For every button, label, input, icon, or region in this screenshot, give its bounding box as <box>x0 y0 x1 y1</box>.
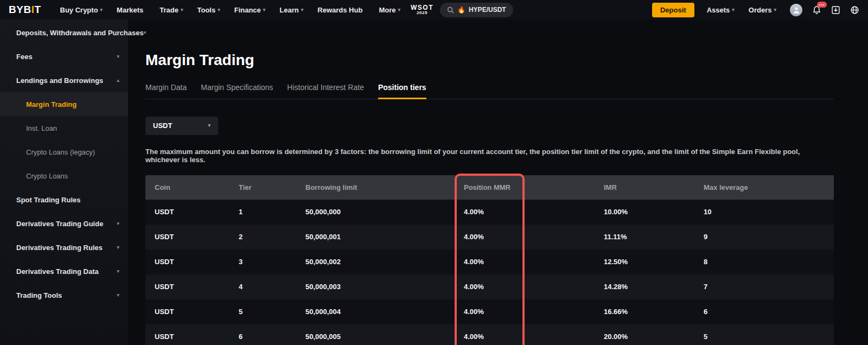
sidebar-item[interactable]: Crypto Loans <box>0 164 128 188</box>
borrow-limit-description: The maximum amount you can borrow is det… <box>145 148 834 164</box>
profile-button[interactable] <box>790 4 802 16</box>
search-input[interactable]: 🔥 HYPE/USDT <box>440 3 513 17</box>
account-nav: Assets ▾ Orders ▾ <box>700 0 783 20</box>
chevron-icon: ▾ <box>117 54 119 59</box>
sidebar-item[interactable]: Deposits, Withdrawals and Purchases ▾ <box>0 21 128 44</box>
page-title: Margin Trading <box>145 52 834 69</box>
sidebar-item[interactable]: Spot Trading Rules <box>0 188 128 212</box>
tab[interactable]: Historical Interest Rate <box>287 83 364 99</box>
main-nav: Buy Crypto ▾ Markets Trade ▾ Tools ▾ Fin… <box>53 0 407 20</box>
nav-item-label: Markets <box>117 6 143 14</box>
table-header-cell: Borrowing limit <box>296 183 455 191</box>
tab[interactable]: Margin Data <box>145 83 187 99</box>
account-nav-label: Assets <box>707 6 730 14</box>
search-icon <box>447 7 454 14</box>
deposit-button[interactable]: Deposit <box>652 3 694 17</box>
cell-imr: 14.28% <box>595 283 694 291</box>
cell-position-mmr: 4.00% <box>455 333 595 341</box>
sidebar-item[interactable]: Crypto Loans (legacy) <box>0 140 128 164</box>
nav-item-label: Trade <box>159 6 178 14</box>
nav-item-label: Buy Crypto <box>60 6 98 14</box>
wsot-line2: 2025 <box>411 11 433 15</box>
table-header-cell: Max leverage <box>694 183 834 191</box>
table-row[interactable]: USDT 3 50,000,002 4.00% 12.50% 8 <box>145 250 834 274</box>
sidebar-item-label: Derivatives Trading Data <box>16 267 99 276</box>
sidebar-item[interactable]: Fees ▾ <box>0 44 128 68</box>
chevron-down-icon: ▾ <box>208 123 210 128</box>
cell-coin: USDT <box>145 208 229 216</box>
notifications-button[interactable]: ••• <box>812 5 821 15</box>
table-row[interactable]: USDT 6 50,000,005 4.00% 20.00% 5 <box>145 324 834 345</box>
sidebar-item-label: Derivatives Trading Rules <box>16 244 103 252</box>
cell-coin: USDT <box>145 283 229 291</box>
tab[interactable]: Position tiers <box>378 83 426 99</box>
sidebar-item[interactable]: Derivatives Trading Data ▾ <box>0 259 128 283</box>
download-app-button[interactable] <box>831 5 840 15</box>
cell-borrowing-limit: 50,000,004 <box>296 308 455 316</box>
topbar-icons: ••• <box>790 4 859 16</box>
chevron-down-icon: ▾ <box>398 8 400 12</box>
nav-item[interactable]: Learn ▾ <box>272 0 310 20</box>
tab[interactable]: Margin Specifications <box>201 83 273 99</box>
cell-borrowing-limit: 50,000,003 <box>296 283 455 291</box>
chevron-down-icon: ▾ <box>774 8 776 12</box>
table-header-cell: IMR <box>595 183 694 191</box>
sidebar-item[interactable]: Derivatives Trading Rules ▾ <box>0 235 128 259</box>
sidebar-item-label: Fees <box>16 53 33 61</box>
table-row[interactable]: USDT 2 50,000,001 4.00% 11.11% 9 <box>145 225 834 250</box>
cell-imr: 16.66% <box>595 308 694 316</box>
notification-badge: ••• <box>817 2 827 8</box>
sidebar-item[interactable]: Inst. Loan <box>0 116 128 140</box>
nav-item[interactable]: Markets <box>110 0 152 20</box>
sidebar-item-label: Derivatives Trading Guide <box>16 220 103 228</box>
language-button[interactable] <box>850 5 859 15</box>
table-header-cell: Coin <box>145 183 229 191</box>
coin-select-value: USDT <box>153 122 172 130</box>
top-navigation-bar: BYBIT Buy Crypto ▾ Markets Trade ▾ Tools… <box>0 0 868 20</box>
cell-borrowing-limit: 50,000,002 <box>296 258 455 266</box>
sidebar-item[interactable]: Derivatives Trading Guide ▾ <box>0 212 128 235</box>
chevron-down-icon: ▾ <box>301 8 304 12</box>
nav-item[interactable]: More ▾ <box>372 0 407 20</box>
account-nav-item[interactable]: Orders ▾ <box>742 0 783 20</box>
cell-tier: 2 <box>229 233 296 241</box>
coin-select-dropdown[interactable]: USDT ▾ <box>145 117 218 135</box>
cell-position-mmr: 4.00% <box>455 258 595 266</box>
account-nav-label: Orders <box>749 6 772 14</box>
cell-imr: 20.00% <box>595 333 694 341</box>
cell-max-leverage: 9 <box>694 233 834 241</box>
cell-position-mmr: 4.00% <box>455 208 595 216</box>
nav-item-label: More <box>379 6 395 14</box>
cell-max-leverage: 8 <box>694 258 834 266</box>
search-value: HYPE/USDT <box>469 6 506 14</box>
sidebar-item[interactable]: Trading Tools ▾ <box>0 283 128 307</box>
table-row[interactable]: USDT 1 50,000,000 4.00% 10.00% 10 <box>145 200 834 225</box>
cell-coin: USDT <box>145 258 229 266</box>
cell-coin: USDT <box>145 333 229 341</box>
nav-item[interactable]: Finance ▾ <box>227 0 273 20</box>
chevron-icon: ▾ <box>117 221 119 226</box>
table-header-row: Coin Tier Borrowing limit Position MMR I… <box>145 175 834 200</box>
main-content: Margin Trading Margin Data Margin Specif… <box>128 20 868 345</box>
nav-item-label: Tools <box>197 6 215 14</box>
sidebar-item-label: Crypto Loans (legacy) <box>26 148 95 156</box>
nav-item[interactable]: Buy Crypto ▾ <box>53 0 110 20</box>
sidebar-item[interactable]: Margin Trading <box>0 92 128 116</box>
nav-item[interactable]: Trade ▾ <box>152 0 190 20</box>
sidebar-item-label: Deposits, Withdrawals and Purchases <box>16 29 144 37</box>
wsot-2025-logo[interactable]: WSOT 2025 <box>411 4 433 16</box>
table-row[interactable]: USDT 4 50,000,003 4.00% 14.28% 7 <box>145 274 834 299</box>
cell-max-leverage: 6 <box>694 308 834 316</box>
table-row[interactable]: USDT 5 50,000,004 4.00% 16.66% 6 <box>145 299 834 324</box>
bybit-logo[interactable]: BYBIT <box>9 4 41 16</box>
sidebar-item-label: Spot Trading Rules <box>16 196 80 204</box>
chevron-icon: ▴ <box>117 78 119 83</box>
account-nav-item[interactable]: Assets ▾ <box>700 0 742 20</box>
nav-item[interactable]: Tools ▾ <box>190 0 227 20</box>
sidebar-item[interactable]: Lendings and Borrowings ▴ <box>0 68 128 92</box>
cell-tier: 6 <box>229 333 296 341</box>
cell-tier: 4 <box>229 283 296 291</box>
chevron-down-icon: ▾ <box>100 8 103 12</box>
cell-max-leverage: 7 <box>694 283 834 291</box>
nav-item[interactable]: Rewards Hub <box>310 0 372 20</box>
